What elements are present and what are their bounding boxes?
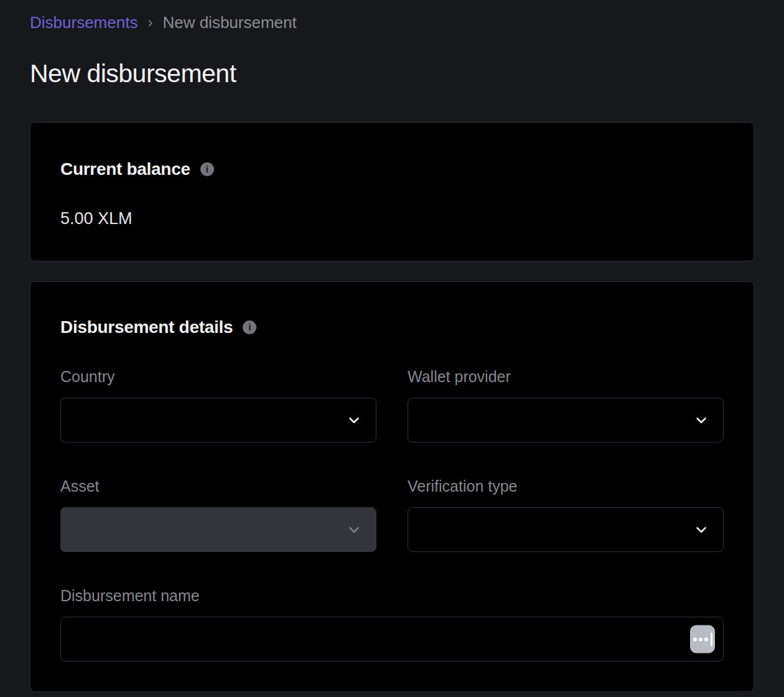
autofill-dot (704, 637, 708, 641)
verification-type-label: Verification type (408, 477, 724, 495)
asset-select (60, 507, 376, 552)
field-verification-type: Verification type (408, 477, 724, 552)
current-balance-title: Current balance (60, 159, 190, 180)
wallet-provider-select[interactable] (408, 398, 724, 442)
field-country: Country (60, 368, 376, 442)
wallet-provider-label: Wallet provider (408, 368, 724, 385)
balance-value: 5.00 XLM (60, 208, 724, 228)
breadcrumb-current: New disbursement (162, 12, 296, 32)
disbursement-name-label: Disbursement name (60, 587, 724, 604)
country-label: Country (60, 368, 376, 385)
password-manager-autofill-icon[interactable] (690, 625, 715, 653)
autofill-dot (699, 637, 702, 641)
disbursement-name-input[interactable] (60, 617, 724, 662)
field-wallet-provider: Wallet provider (408, 368, 724, 442)
disbursement-name-input-wrap (60, 617, 724, 662)
page-title: New disbursement (30, 58, 754, 88)
breadcrumb: Disbursements › New disbursement (30, 12, 754, 32)
field-disbursement-name: Disbursement name (60, 587, 724, 662)
chevron-down-icon (346, 522, 362, 538)
info-icon[interactable]: i (243, 320, 256, 334)
chevron-down-icon (346, 412, 362, 428)
disbursement-form: Country Wallet provider As (60, 368, 724, 662)
disbursement-details-title: Disbursement details (60, 317, 233, 338)
disbursement-details-heading: Disbursement details i (60, 317, 724, 338)
autofill-dot (693, 637, 697, 641)
verification-type-select[interactable] (408, 507, 724, 552)
chevron-down-icon (693, 522, 709, 538)
new-disbursement-page: Disbursements › New disbursement New dis… (0, 12, 784, 692)
country-select[interactable] (60, 398, 376, 442)
info-icon[interactable]: i (200, 162, 214, 176)
current-balance-heading: Current balance i (60, 159, 724, 180)
breadcrumb-link-disbursements[interactable]: Disbursements (30, 12, 138, 32)
breadcrumb-separator-icon: › (147, 12, 152, 32)
field-asset: Asset (60, 477, 376, 552)
autofill-cursor-bar (711, 632, 712, 646)
asset-label: Asset (60, 477, 376, 495)
disbursement-details-card: Disbursement details i Country Wallet pr… (30, 281, 754, 692)
current-balance-card: Current balance i 5.00 XLM (30, 122, 754, 261)
chevron-down-icon (693, 412, 709, 428)
